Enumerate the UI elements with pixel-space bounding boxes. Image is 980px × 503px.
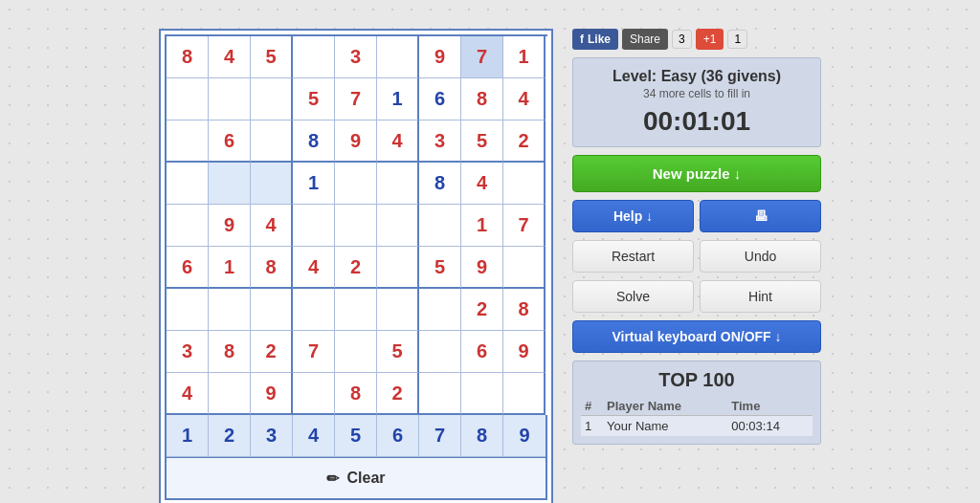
number-button[interactable]: 6 — [377, 415, 419, 457]
sudoku-cell[interactable] — [209, 78, 251, 120]
sudoku-cell[interactable]: 1 — [377, 78, 419, 120]
new-puzzle-button[interactable]: New puzzle ↓ — [572, 155, 821, 192]
sudoku-cell[interactable] — [377, 36, 419, 78]
sudoku-cell[interactable]: 5 — [251, 36, 293, 78]
sudoku-cell[interactable]: 4 — [293, 247, 335, 289]
sudoku-cell[interactable]: 4 — [251, 205, 293, 247]
hint-button[interactable]: Hint — [700, 280, 821, 313]
sudoku-cell[interactable]: 4 — [209, 36, 251, 78]
sudoku-cell[interactable]: 5 — [419, 247, 461, 289]
number-button[interactable]: 7 — [419, 415, 461, 457]
sudoku-cell[interactable]: 6 — [419, 78, 461, 120]
sudoku-cell[interactable]: 9 — [251, 373, 293, 415]
sudoku-cell[interactable]: 8 — [419, 163, 461, 205]
sudoku-cell[interactable]: 9 — [461, 247, 503, 289]
sudoku-cell[interactable]: 5 — [377, 331, 419, 373]
print-button[interactable]: 🖶 — [700, 200, 821, 232]
sudoku-cell[interactable]: 4 — [503, 78, 546, 120]
sudoku-cell[interactable]: 9 — [209, 205, 251, 247]
sudoku-cell[interactable]: 7 — [335, 78, 377, 120]
number-button[interactable]: 2 — [209, 415, 251, 457]
sudoku-cell[interactable]: 8 — [461, 78, 503, 120]
sudoku-cell[interactable] — [251, 163, 293, 205]
sudoku-cell[interactable]: 9 — [503, 331, 546, 373]
sudoku-cell[interactable]: 8 — [503, 289, 546, 331]
share-button[interactable]: Share — [622, 29, 668, 50]
number-button[interactable]: 5 — [335, 415, 377, 457]
sudoku-cell[interactable] — [377, 205, 419, 247]
sudoku-cell[interactable] — [293, 289, 335, 331]
sudoku-cell[interactable]: 2 — [377, 373, 419, 415]
number-button[interactable]: 9 — [503, 415, 546, 457]
sudoku-cell[interactable] — [167, 120, 209, 163]
sudoku-cell[interactable] — [167, 163, 209, 205]
sudoku-cell[interactable] — [335, 205, 377, 247]
sudoku-cell[interactable]: 8 — [335, 373, 377, 415]
sudoku-cell[interactable] — [419, 289, 461, 331]
restart-button[interactable]: Restart — [572, 240, 694, 273]
sudoku-cell[interactable] — [209, 373, 251, 415]
sudoku-cell[interactable]: 6 — [209, 120, 251, 163]
number-button[interactable]: 1 — [167, 415, 209, 457]
sudoku-cell[interactable] — [461, 373, 503, 415]
sudoku-cell[interactable]: 7 — [293, 331, 335, 373]
sudoku-cell[interactable]: 2 — [461, 289, 503, 331]
solve-button[interactable]: Solve — [572, 280, 694, 313]
sudoku-cell[interactable]: 5 — [293, 78, 335, 120]
clear-button[interactable]: ✏ Clear — [165, 458, 547, 500]
virtual-keyboard-button[interactable]: Virtual keyboard ON/OFF ↓ — [572, 320, 821, 353]
sudoku-cell[interactable]: 8 — [167, 36, 209, 78]
sudoku-cell[interactable]: 7 — [503, 205, 546, 247]
sudoku-cell[interactable]: 1 — [503, 36, 546, 78]
sudoku-cell[interactable] — [377, 289, 419, 331]
sudoku-cell[interactable] — [419, 373, 461, 415]
sudoku-cell[interactable] — [503, 247, 546, 289]
sudoku-cell[interactable]: 6 — [461, 331, 503, 373]
sudoku-cell[interactable] — [209, 163, 251, 205]
sudoku-cell[interactable] — [293, 36, 335, 78]
sudoku-cell[interactable] — [293, 205, 335, 247]
sudoku-cell[interactable]: 6 — [167, 247, 209, 289]
facebook-like-button[interactable]: f Like — [572, 29, 618, 50]
sudoku-cell[interactable]: 8 — [251, 247, 293, 289]
number-button[interactable]: 4 — [293, 415, 335, 457]
sudoku-cell[interactable] — [251, 289, 293, 331]
sudoku-cell[interactable]: 2 — [503, 120, 546, 163]
sudoku-grid[interactable]: 8453971571684689435218494176184259283827… — [165, 34, 547, 415]
sudoku-cell[interactable]: 9 — [335, 120, 377, 163]
sudoku-cell[interactable]: 1 — [293, 163, 335, 205]
sudoku-cell[interactable] — [419, 331, 461, 373]
sudoku-cell[interactable]: 4 — [377, 120, 419, 163]
sudoku-cell[interactable] — [293, 373, 335, 415]
sudoku-cell[interactable] — [251, 120, 293, 163]
undo-button[interactable]: Undo — [700, 240, 821, 273]
sudoku-cell[interactable]: 3 — [335, 36, 377, 78]
sudoku-cell[interactable] — [377, 163, 419, 205]
number-button[interactable]: 3 — [251, 415, 293, 457]
sudoku-cell[interactable] — [335, 289, 377, 331]
sudoku-cell[interactable] — [335, 331, 377, 373]
sudoku-cell[interactable]: 4 — [461, 163, 503, 205]
sudoku-cell[interactable]: 5 — [461, 120, 503, 163]
gplus-button[interactable]: +1 — [696, 29, 724, 50]
number-button[interactable]: 8 — [461, 415, 503, 457]
sudoku-cell[interactable] — [209, 289, 251, 331]
sudoku-cell[interactable] — [167, 205, 209, 247]
sudoku-cell[interactable] — [377, 247, 419, 289]
sudoku-cell[interactable]: 3 — [419, 120, 461, 163]
sudoku-cell[interactable] — [167, 78, 209, 120]
sudoku-cell[interactable]: 8 — [209, 331, 251, 373]
sudoku-cell[interactable]: 4 — [167, 373, 209, 415]
sudoku-cell[interactable]: 8 — [293, 120, 335, 163]
sudoku-cell[interactable] — [503, 163, 546, 205]
help-button[interactable]: Help ↓ — [572, 200, 694, 232]
sudoku-cell[interactable]: 2 — [251, 331, 293, 373]
sudoku-cell[interactable]: 3 — [167, 331, 209, 373]
sudoku-cell[interactable] — [503, 373, 546, 415]
sudoku-cell[interactable]: 1 — [209, 247, 251, 289]
sudoku-cell[interactable] — [167, 289, 209, 331]
sudoku-cell[interactable]: 2 — [335, 247, 377, 289]
sudoku-cell[interactable]: 9 — [419, 36, 461, 78]
sudoku-cell[interactable] — [419, 205, 461, 247]
sudoku-cell[interactable] — [335, 163, 377, 205]
